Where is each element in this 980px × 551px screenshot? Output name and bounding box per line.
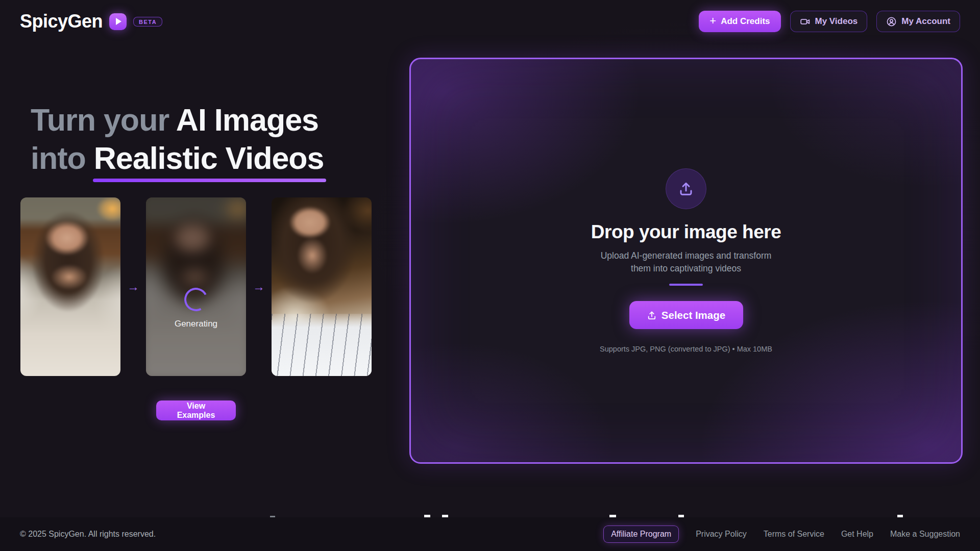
upload-icon [647, 310, 657, 320]
add-credits-label: Add Credits [721, 16, 770, 27]
dropzone-subtitle: Upload AI-generated images and transform… [597, 249, 775, 275]
user-circle-icon [886, 16, 897, 27]
play-triangle-icon [116, 18, 121, 25]
bedding-texture [272, 314, 372, 377]
footer-link-make-a-suggestion[interactable]: Make a Suggestion [890, 530, 960, 539]
title-muted-2: into [31, 141, 86, 176]
demo-image-result [272, 197, 372, 376]
footer: © 2025 SpicyGen. All rights reserved. Af… [0, 517, 980, 551]
add-credits-button[interactable]: + Add Credits [699, 11, 780, 32]
upload-icon [678, 181, 694, 197]
header-actions: + Add Credits My Videos My Account [699, 11, 960, 32]
my-account-button[interactable]: My Account [876, 11, 960, 32]
title-strong-2: Realistic Videos [94, 139, 324, 178]
footer-link-terms-of-service[interactable]: Terms of Service [764, 530, 824, 539]
demo-photo [20, 197, 120, 376]
view-examples-button[interactable]: View Examples [156, 400, 236, 420]
arrow-right-icon: → [127, 280, 140, 294]
upload-dropzone[interactable]: Drop your image here Upload AI-generated… [409, 58, 963, 464]
supported-formats-text: Supports JPG, PNG (converted to JPG) • M… [600, 345, 772, 353]
select-image-button[interactable]: Select Image [629, 301, 743, 329]
divider [669, 284, 703, 286]
title-strong-1: AI Images [176, 103, 318, 137]
copyright-text: © 2025 SpicyGen. All rights reserved. [20, 530, 156, 539]
my-account-label: My Account [901, 16, 950, 27]
footer-link-privacy-policy[interactable]: Privacy Policy [696, 530, 747, 539]
upload-icon-circle [666, 168, 706, 209]
page-title: Turn your AI Images into Realistic Video… [31, 101, 324, 178]
generating-overlay: Generating [146, 197, 246, 376]
logo[interactable]: SpicyGen BETA [20, 11, 162, 32]
arrow-right-icon: → [252, 280, 265, 294]
header: SpicyGen BETA + Add Credits My Videos [0, 0, 980, 43]
logo-text: SpicyGen [20, 11, 103, 32]
title-muted-1: Turn your [31, 103, 169, 137]
beta-badge: BETA [133, 17, 162, 27]
my-videos-label: My Videos [815, 16, 858, 27]
my-videos-button[interactable]: My Videos [790, 11, 868, 32]
demo-image-generating: Generating [146, 197, 246, 376]
video-camera-icon [800, 16, 811, 27]
footer-nav: Affiliate Program Privacy Policy Terms o… [603, 525, 960, 543]
generating-label: Generating [175, 319, 217, 329]
demo-strip: → Generating → [20, 197, 372, 376]
footer-link-get-help[interactable]: Get Help [841, 530, 873, 539]
footer-link-affiliate-program[interactable]: Affiliate Program [603, 525, 679, 543]
demo-image-original [20, 197, 120, 376]
plus-icon: + [709, 15, 716, 27]
select-image-label: Select Image [662, 309, 725, 321]
play-icon [109, 13, 127, 30]
spinner-icon [181, 285, 211, 314]
dropzone-title: Drop your image here [591, 221, 781, 243]
